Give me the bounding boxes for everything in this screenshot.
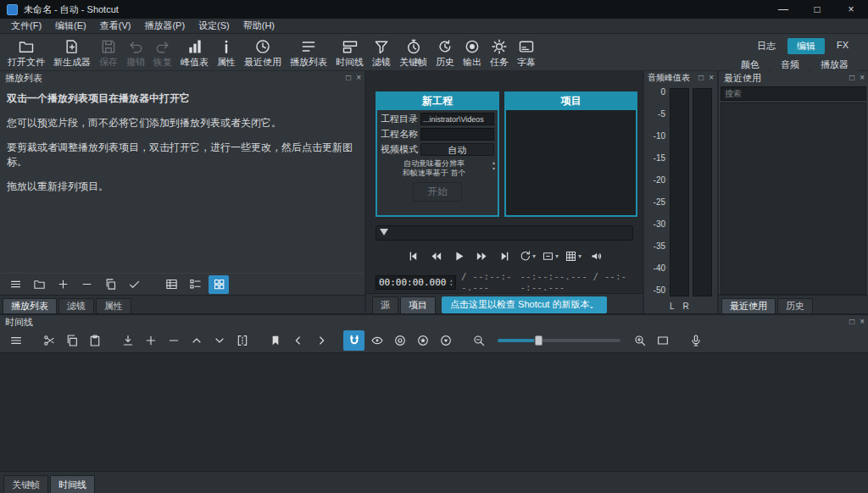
ripple-markers-button[interactable] [435,330,456,351]
tab-filters[interactable]: 滤镜 [58,298,94,313]
marker-button[interactable] [264,330,286,351]
float-panel-icon[interactable]: □ [849,318,854,326]
menu-edit[interactable]: 编辑(E) [48,19,93,33]
playlist-remove-button[interactable] [76,275,97,294]
timeline-tracks-area[interactable] [0,352,868,471]
export-button[interactable]: 输出 [459,36,486,69]
timeline-button[interactable]: 时间线 [331,36,368,69]
scroll-down-icon[interactable]: ▾ [492,166,495,171]
properties-button[interactable]: 属性 [213,36,240,69]
playlist-update-button[interactable] [124,275,144,294]
playlist-append-button[interactable] [53,275,73,294]
close-panel-icon[interactable]: × [709,74,714,82]
previous-marker-button[interactable] [287,330,309,351]
timeline-menu-button[interactable] [5,330,26,351]
skip-to-start-button[interactable] [403,247,423,264]
save-button[interactable]: 保存 [95,36,122,69]
video-mode-button[interactable]: 自动 [420,143,494,156]
ripple-all-tracks-button[interactable] [412,330,433,351]
menu-file[interactable]: 文件(F) [4,19,48,33]
maximize-button[interactable]: □ [800,0,834,19]
spin-down-icon[interactable]: ▾ [449,282,453,286]
next-marker-button[interactable] [310,330,331,351]
float-panel-icon[interactable]: □ [698,74,704,82]
lift-button[interactable] [186,330,207,351]
zoom-in-button[interactable] [629,330,650,351]
rewind-button[interactable] [426,247,446,264]
filters-button[interactable]: 滤镜 [368,36,395,69]
undo-button[interactable]: 撤销 [122,36,149,69]
open-file-button[interactable]: 打开文件 [3,36,49,69]
playlist-tiles-view-button[interactable] [185,275,205,294]
snap-toggle-button[interactable] [343,330,364,351]
current-timecode-field[interactable]: 00:00:00.000 ▴ ▾ [376,275,456,290]
new-generator-button[interactable]: 新生成器 [49,36,95,69]
fast-forward-button[interactable] [471,247,492,264]
menu-help[interactable]: 帮助(H) [236,19,281,33]
grid-button[interactable]: ▾ [563,247,583,264]
menu-settings[interactable]: 设定(S) [192,19,236,33]
close-panel-icon[interactable]: × [860,74,865,82]
player-seek-bar[interactable] [376,225,633,241]
cut-button[interactable] [38,330,59,351]
playlist-copy-button[interactable] [100,275,120,294]
redo-button[interactable]: 恢复 [149,36,176,69]
ripple-trim-drop-button[interactable] [389,330,410,351]
recent-button[interactable]: 最近使用 [240,36,286,69]
minimize-button[interactable]: — [766,0,800,19]
close-panel-icon[interactable]: × [356,74,361,82]
zoom-fit-timeline-button[interactable] [652,330,673,351]
layout-editing-button[interactable]: 编辑 [787,38,825,54]
paste-button[interactable] [84,330,105,351]
scroll-up-icon[interactable]: ▴ [492,160,495,165]
tab-recent[interactable]: 最近使用 [721,298,776,313]
menu-player[interactable]: 播放器(P) [137,19,192,33]
jobs-button[interactable]: 任务 [486,36,513,69]
recent-search-input[interactable] [721,86,866,101]
subtitles-button[interactable]: 字幕 [513,36,540,69]
tab-playlist[interactable]: 播放列表 [3,298,57,313]
append-button[interactable] [117,330,138,351]
remove-button[interactable] [163,330,184,351]
project-folder-input[interactable] [420,113,494,125]
start-button[interactable]: 开始 [413,182,462,202]
ripple-delete-button[interactable] [140,330,161,351]
history-button[interactable]: 历史 [431,36,459,69]
copy-button[interactable] [61,330,82,351]
keyframes-button[interactable]: 关键帧 [395,36,431,69]
playlist-icons-view-button[interactable] [209,275,229,294]
overwrite-button[interactable] [209,330,230,351]
loop-button[interactable]: ▾ [517,247,537,264]
tab-history[interactable]: 历史 [777,298,813,313]
play-button[interactable] [448,247,469,264]
playlist-detail-view-button[interactable] [161,275,181,294]
split-button[interactable] [231,330,253,351]
update-notification-button[interactable]: 点击这里以检查 Shotcut 的新版本。 [442,296,607,313]
project-name-input[interactable] [420,128,494,141]
menu-view[interactable]: 查看(V) [93,19,138,33]
playhead-icon[interactable] [380,229,388,235]
layout-fx-button[interactable]: FX [827,38,858,54]
timeline-zoom-slider[interactable] [498,339,620,342]
tab-timeline[interactable]: 时间线 [50,475,95,493]
zoom-out-button[interactable] [468,330,489,351]
peak-meter-button[interactable]: 峰值表 [176,36,213,69]
zoom-fit-button[interactable]: ▾ [540,247,560,264]
tab-source[interactable]: 源 [372,296,398,313]
tab-project[interactable]: 项目 [400,296,436,313]
skip-to-end-button[interactable] [494,247,515,264]
float-panel-icon[interactable]: □ [346,74,351,82]
tab-keyframes[interactable]: 关键帧 [3,475,48,493]
volume-button[interactable] [586,247,606,264]
playlist-menu-button[interactable] [5,275,25,294]
close-panel-icon[interactable]: × [860,318,865,326]
layout-logging-button[interactable]: 日志 [748,38,785,54]
zoom-slider-handle[interactable] [535,335,542,346]
record-audio-button[interactable] [685,330,706,351]
close-button[interactable]: × [834,0,868,19]
tab-properties[interactable]: 属性 [96,298,131,313]
scrub-while-dragging-button[interactable] [366,330,387,351]
recent-list[interactable] [721,102,866,295]
playlist-open-button[interactable] [29,275,49,294]
playlist-button[interactable]: 播放列表 [286,36,331,69]
